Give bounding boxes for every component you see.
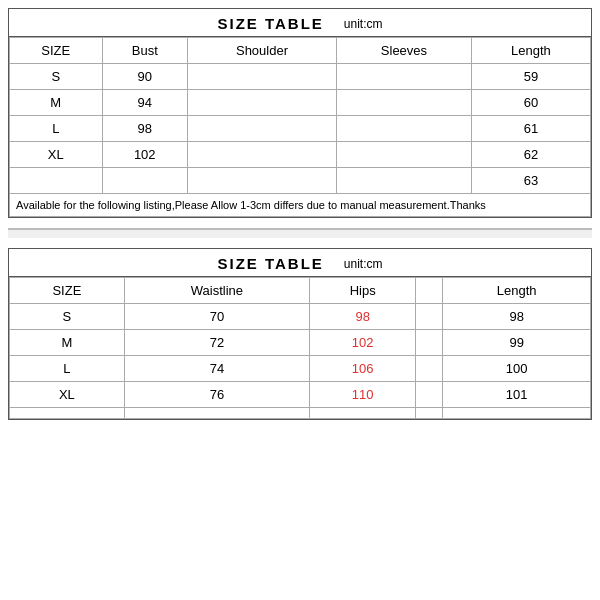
table-cell: 90 [102,64,187,90]
table-cell [416,356,443,382]
table-cell [187,116,336,142]
table-row: XL76110101 [10,382,591,408]
table-cell: M [10,90,103,116]
table-cell [416,304,443,330]
col-length-2: Length [443,278,591,304]
table-row [10,408,591,419]
table-row: L9861 [10,116,591,142]
table1-note-row: Available for the following listing,Plea… [10,194,591,217]
table2-header: SIZE TABLE unit:cm [9,249,591,277]
table1-note: Available for the following listing,Plea… [10,194,591,217]
table1-grid: SIZE Bust Shoulder Sleeves Length S9059M… [9,37,591,217]
table-cell: 110 [310,382,416,408]
table-row: L74106100 [10,356,591,382]
table-cell [337,64,472,90]
page-wrapper: SIZE TABLE unit:cm SIZE Bust Shoulder Sl… [0,0,600,600]
table2-grid: SIZE Waistline Hips Length S709898M72102… [9,277,591,419]
table-cell: L [10,116,103,142]
col-size-1: SIZE [10,38,103,64]
table-cell: 62 [471,142,590,168]
table-cell [187,90,336,116]
table-cell: 59 [471,64,590,90]
table1-header: SIZE TABLE unit:cm [9,9,591,37]
table-cell [310,408,416,419]
table-cell: 102 [310,330,416,356]
table-cell: 72 [124,330,309,356]
table-row: 63 [10,168,591,194]
table-cell: 98 [443,304,591,330]
size-table-1: SIZE TABLE unit:cm SIZE Bust Shoulder Sl… [8,8,592,218]
table-cell [416,330,443,356]
table-cell: 106 [310,356,416,382]
table-cell [416,382,443,408]
table-cell [102,168,187,194]
table2-title: SIZE TABLE [217,255,323,272]
size-table-2: SIZE TABLE unit:cm SIZE Waistline Hips L… [8,248,592,420]
table-cell [337,90,472,116]
table-row: M7210299 [10,330,591,356]
table-row: M9460 [10,90,591,116]
table-cell: XL [10,382,125,408]
table-cell: M [10,330,125,356]
table-cell: 61 [471,116,590,142]
table-cell [337,116,472,142]
table-cell: 70 [124,304,309,330]
table-row: S9059 [10,64,591,90]
table-cell: S [10,304,125,330]
table-row: XL10262 [10,142,591,168]
col-shoulder: Shoulder [187,38,336,64]
table-cell [337,168,472,194]
table-cell: 98 [310,304,416,330]
table2-unit: unit:cm [344,257,383,271]
table-cell: 99 [443,330,591,356]
table-cell: XL [10,142,103,168]
table1-body: S9059M9460L9861XL1026263 [10,64,591,194]
table-cell: 100 [443,356,591,382]
table2-body: S709898M7210299L74106100XL76110101 [10,304,591,419]
table-cell: 63 [471,168,590,194]
table-cell [443,408,591,419]
table-cell [416,408,443,419]
table-cell [10,408,125,419]
table-cell: 60 [471,90,590,116]
col-bust: Bust [102,38,187,64]
table-cell: 74 [124,356,309,382]
table-cell [187,64,336,90]
table2-header-row: SIZE Waistline Hips Length [10,278,591,304]
table-cell [187,142,336,168]
table-row: S709898 [10,304,591,330]
col-size-2: SIZE [10,278,125,304]
table-cell: L [10,356,125,382]
col-sleeves: Sleeves [337,38,472,64]
table-cell: 101 [443,382,591,408]
table-cell [187,168,336,194]
table-cell: 94 [102,90,187,116]
table1-header-row: SIZE Bust Shoulder Sleeves Length [10,38,591,64]
table1-unit: unit:cm [344,17,383,31]
table-cell: S [10,64,103,90]
col-length-1: Length [471,38,590,64]
table-cell: 98 [102,116,187,142]
table-cell [10,168,103,194]
col-empty [416,278,443,304]
col-hips: Hips [310,278,416,304]
table1-title: SIZE TABLE [217,15,323,32]
table-cell: 102 [102,142,187,168]
table-cell: 76 [124,382,309,408]
table-cell [337,142,472,168]
col-waistline: Waistline [124,278,309,304]
table-gap [8,228,592,238]
table-cell [124,408,309,419]
